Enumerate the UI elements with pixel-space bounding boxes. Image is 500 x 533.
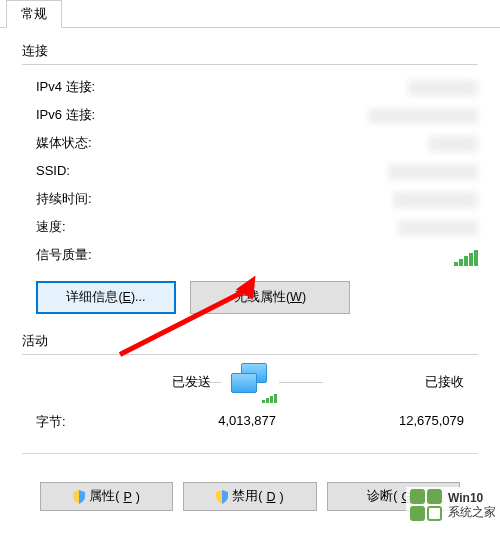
row-media: 媒体状态:	[22, 129, 478, 157]
duration-value	[146, 188, 478, 210]
line-right	[279, 382, 323, 383]
signal-label: 信号质量:	[36, 244, 146, 266]
row-speed: 速度:	[22, 213, 478, 241]
bytes-row: 字节: 4,013,877 12,675,079	[22, 407, 478, 431]
bytes-label: 字节:	[36, 413, 136, 431]
bytes-received-value: 12,675,079	[276, 413, 464, 431]
divider	[22, 453, 478, 454]
watermark-text: Win10系统之家	[448, 491, 496, 519]
row-duration: 持续时间:	[22, 185, 478, 213]
row-signal: 信号质量:	[22, 241, 478, 269]
shield-icon	[73, 490, 85, 504]
ipv4-value	[146, 76, 478, 98]
signal-value	[146, 244, 478, 266]
watermark: Win10系统之家	[406, 487, 500, 523]
sent-label: 已发送	[172, 373, 211, 391]
row-ipv6: IPv6 连接:	[22, 101, 478, 129]
row-ipv4: IPv4 连接:	[22, 73, 478, 101]
signal-bars-icon	[454, 250, 478, 266]
ipv6-label: IPv6 连接:	[36, 104, 146, 126]
connection-title: 连接	[22, 42, 478, 60]
row-ssid: SSID:	[22, 157, 478, 185]
shield-icon	[216, 490, 228, 504]
duration-label: 持续时间:	[36, 188, 146, 210]
ssid-value	[146, 160, 478, 182]
activity-title: 活动	[22, 332, 478, 350]
disable-button[interactable]: 禁用(D)	[183, 482, 316, 511]
speed-value	[146, 216, 478, 238]
ipv6-value	[146, 104, 478, 126]
connection-buttons: 详细信息(E)... 无线属性(W)	[36, 281, 478, 314]
speed-label: 速度:	[36, 216, 146, 238]
tab-bar: 常规	[0, 0, 500, 28]
tab-general[interactable]: 常规	[6, 0, 62, 28]
ipv4-label: IPv4 连接:	[36, 76, 146, 98]
properties-button[interactable]: 属性(P)	[40, 482, 173, 511]
bytes-sent-value: 4,013,877	[136, 413, 276, 431]
media-state-label: 媒体状态:	[36, 132, 146, 154]
content-area: 连接 IPv4 连接: IPv6 连接: 媒体状态: SSID: 持续时间: 速…	[0, 28, 500, 521]
ssid-label: SSID:	[36, 160, 146, 182]
watermark-logo-icon	[410, 489, 442, 521]
details-button[interactable]: 详细信息(E)...	[36, 281, 176, 314]
activity-header: 已发送 已接收	[22, 363, 478, 401]
divider	[22, 354, 478, 355]
divider	[22, 64, 478, 65]
connection-group: 连接 IPv4 连接: IPv6 连接: 媒体状态: SSID: 持续时间: 速…	[22, 42, 478, 314]
media-state-value	[146, 132, 478, 154]
network-computers-icon	[227, 363, 273, 401]
activity-group: 活动 已发送 已接收 字节: 4,013,877 12,675,079	[22, 332, 478, 431]
received-label: 已接收	[425, 373, 464, 391]
wireless-properties-button[interactable]: 无线属性(W)	[190, 281, 350, 314]
